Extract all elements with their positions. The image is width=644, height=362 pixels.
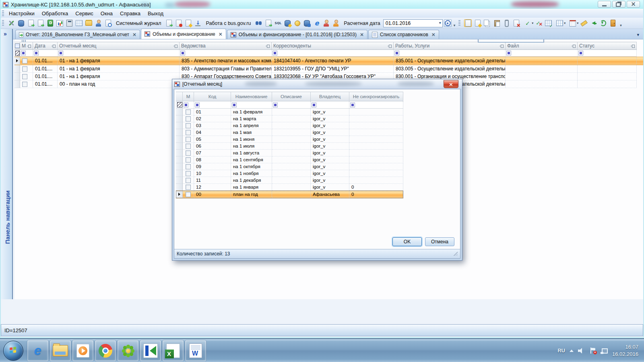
row-checkbox[interactable]	[22, 58, 27, 64]
tab-3[interactable]: Список справочников×	[368, 30, 439, 39]
dropdown-arrow-icon[interactable]: ▾	[577, 21, 578, 25]
measure-icon[interactable]	[580, 19, 588, 27]
dialog-column-header-3[interactable]: Описание	[272, 92, 311, 101]
pin-icon[interactable]	[173, 44, 178, 48]
filter-button-icon[interactable]	[394, 51, 399, 56]
filter-cell-5[interactable]	[394, 50, 506, 57]
media-player-taskbar-button[interactable]	[72, 340, 93, 361]
row-checkbox[interactable]	[22, 82, 27, 87]
dialog-row[interactable]: 02на 1 мартаigor_v	[176, 115, 403, 122]
cell-file[interactable]	[506, 57, 578, 65]
cell-owner[interactable]: Афанасьева	[311, 191, 349, 198]
dialog-row[interactable]: 01на 1 февраляigor_v	[176, 109, 403, 115]
cell-desc[interactable]	[272, 184, 311, 191]
cell-code[interactable]: 11	[194, 177, 231, 184]
cell-month[interactable]: 01 - на 1 февраля	[58, 73, 180, 80]
internet-icon[interactable]	[313, 19, 320, 27]
grid-corner-icon[interactable]	[14, 42, 20, 50]
dropdown-arrow-icon[interactable]: ▾	[564, 21, 566, 25]
dialog-select-all-filter[interactable]	[176, 101, 183, 109]
dialog-column-header-2[interactable]: Наименование	[231, 92, 272, 101]
row-mark-cell[interactable]	[20, 80, 33, 88]
row-gutter[interactable]	[14, 57, 20, 65]
filter-button-icon[interactable]	[58, 51, 63, 56]
cell-owner[interactable]: igor_v	[311, 109, 349, 115]
tab-2[interactable]: Объемы и финансирование - [01.01.2016] (…	[227, 30, 367, 39]
column-scrollbar[interactable]	[478, 39, 544, 43]
paste-doc-icon[interactable]	[493, 19, 501, 27]
cell-name[interactable]: на 1 января	[231, 184, 272, 191]
calendar-check-icon[interactable]: ▾	[567, 19, 578, 27]
dialog-close-button[interactable]: ×	[444, 80, 458, 88]
pin-icon[interactable]	[500, 44, 504, 48]
pin-icon[interactable]	[631, 44, 635, 48]
dialog-row[interactable]: 05на 1 июняigor_v	[176, 136, 403, 143]
cell-owner[interactable]: igor_v	[311, 170, 349, 177]
dialog-row[interactable]: 08на 1 сентябряigor_v	[176, 156, 403, 163]
row-checkbox[interactable]	[186, 116, 191, 121]
row-mark-cell[interactable]	[20, 65, 33, 73]
dialog-filter-cell-1[interactable]	[194, 101, 231, 109]
combo-dropdown-icon[interactable]: ▾	[439, 21, 441, 25]
dialog-row[interactable]: 03на 1 апреляigor_v	[176, 122, 403, 129]
checklist-icon[interactable]	[545, 19, 552, 27]
icq-taskbar-button[interactable]	[118, 340, 138, 361]
dialog-row[interactable]: 10на 1 ноябряigor_v	[176, 170, 403, 177]
tab-close-icon[interactable]: ×	[219, 31, 223, 37]
cell-desc[interactable]	[272, 136, 311, 143]
cell-name[interactable]: на 1 марта	[231, 115, 272, 122]
calc-date-combobox[interactable]: 01.01.2016 ▾	[383, 19, 443, 27]
cell-owner[interactable]: igor_v	[311, 129, 349, 136]
cell-name[interactable]: на 1 апреля	[231, 122, 272, 129]
schedule-icon[interactable]	[104, 19, 112, 27]
sql-icon[interactable]: SQL	[274, 19, 282, 27]
check-cancel-icon[interactable]	[535, 19, 543, 27]
menu-item-1[interactable]: Обработка	[38, 10, 72, 17]
tray-expand-icon[interactable]	[570, 350, 574, 352]
row-gutter[interactable]	[176, 129, 183, 136]
import-green-icon[interactable]	[590, 19, 597, 27]
new-doc-icon[interactable]	[464, 19, 472, 27]
doc-refresh-icon[interactable]	[165, 19, 173, 27]
filter-button-icon[interactable]	[21, 51, 26, 56]
row-mark-cell[interactable]	[183, 191, 194, 198]
cell-date[interactable]: 01.01....	[33, 73, 58, 80]
row-checkbox[interactable]	[186, 171, 191, 176]
column-header-6[interactable]: Файл	[506, 42, 578, 50]
filter-button-icon[interactable]	[578, 51, 583, 56]
cell-work[interactable]: 835.001 - Осуществление издательской дея…	[394, 57, 506, 65]
cell-name[interactable]: на 1 сентября	[231, 156, 272, 163]
column-grip-icon[interactable]	[22, 40, 26, 42]
cell-desc[interactable]	[272, 170, 311, 177]
import-doc-icon[interactable]	[27, 19, 35, 27]
dialog-filter-cell-2[interactable]	[231, 101, 272, 109]
start-button-icon[interactable]	[3, 341, 23, 361]
language-indicator[interactable]: RU	[557, 348, 565, 354]
explorer-taskbar-button[interactable]	[50, 340, 71, 361]
cell-code[interactable]: 10	[194, 170, 231, 177]
column-header-1[interactable]: Дата	[33, 42, 58, 50]
select-all-filter[interactable]	[14, 50, 20, 57]
attach-icon[interactable]	[503, 19, 510, 27]
cell-corr[interactable]: 1832103955 - ГОУ ДПО "УМЦ УР"	[272, 65, 394, 73]
delete-doc-icon[interactable]	[512, 19, 520, 27]
row-mark-cell[interactable]	[20, 57, 33, 65]
dialog-row[interactable]: 12на 1 январяigor_v0	[176, 184, 403, 191]
doc-edit-icon[interactable]	[184, 19, 192, 27]
cell-owner[interactable]: igor_v	[311, 122, 349, 129]
pin-icon[interactable]	[572, 44, 576, 48]
tab-close-icon[interactable]: ×	[431, 32, 436, 37]
row-gutter[interactable]	[14, 73, 20, 80]
row-gutter[interactable]	[176, 184, 183, 191]
cell-dept[interactable]: 803 - Администрация Главы и Правител...	[180, 65, 272, 73]
edit-doc-icon[interactable]	[474, 19, 481, 27]
db-disk-icon[interactable]	[303, 19, 311, 27]
column-header-3[interactable]: Ведомства	[180, 42, 272, 50]
cell-desc[interactable]	[272, 191, 311, 198]
user-orange-icon[interactable]	[332, 19, 340, 27]
cell-nosync[interactable]: 0	[349, 191, 403, 198]
row-checkbox[interactable]	[186, 144, 191, 149]
navigation-panel[interactable]: » Панель навигации	[1, 29, 13, 299]
cell-status[interactable]	[578, 73, 637, 80]
row-checkbox[interactable]	[186, 130, 191, 135]
